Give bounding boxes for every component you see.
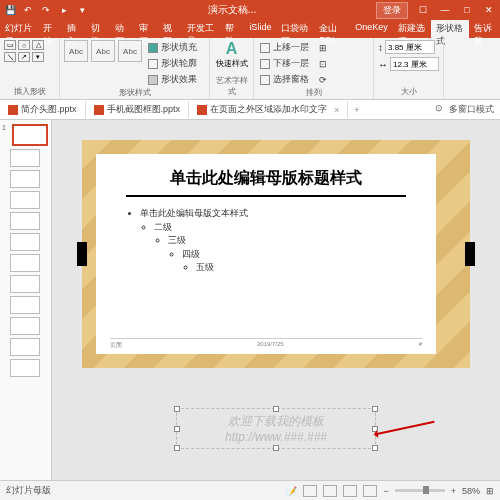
- thumb-layout[interactable]: [10, 191, 40, 209]
- zoom-in-button[interactable]: +: [451, 486, 456, 496]
- tab-review[interactable]: 审阅: [134, 20, 158, 38]
- tab-pocket[interactable]: 口袋动画: [276, 20, 314, 38]
- maximize-button[interactable]: □: [460, 5, 474, 15]
- group-button[interactable]: ⊡: [317, 56, 329, 71]
- tab-developer[interactable]: 开发工具: [182, 20, 220, 38]
- wordart-icon[interactable]: A: [214, 40, 249, 58]
- canvas-area[interactable]: 单击此处编辑母版标题样式 单击此处编辑母版文本样式 二级 三级 四级 五级: [52, 120, 500, 480]
- tab-transitions[interactable]: 切换: [86, 20, 110, 38]
- thumb-layout[interactable]: [10, 254, 40, 272]
- qat-more-icon[interactable]: ▾: [76, 4, 88, 16]
- thumb-layout[interactable]: [10, 212, 40, 230]
- watermark-textbox[interactable]: 欢迎下载我的模板 http://www.###.###: [176, 408, 376, 449]
- align-button[interactable]: ⊞: [317, 40, 329, 55]
- tab-view[interactable]: 视图: [158, 20, 182, 38]
- zoom-out-button[interactable]: −: [383, 486, 388, 496]
- wifi-icon[interactable]: ⊙: [435, 103, 443, 116]
- save-icon[interactable]: 💾: [4, 4, 16, 16]
- doc-tab-2[interactable]: 手机截图框图.pptx: [86, 101, 190, 118]
- tab-newtab[interactable]: 新建选项: [393, 20, 431, 38]
- zoom-thumb[interactable]: [423, 486, 429, 494]
- annotation-arrow: [375, 421, 434, 435]
- login-button[interactable]: 登录: [376, 2, 408, 19]
- width-input[interactable]: 12.3 厘米: [390, 57, 439, 71]
- doc-tab-1[interactable]: 简介头图.pptx: [0, 101, 86, 118]
- thumb-master[interactable]: [12, 124, 48, 146]
- doc-tab-3[interactable]: 在页面之外区域添加水印文字×: [189, 101, 348, 118]
- start-icon[interactable]: ▸: [58, 4, 70, 16]
- send-backward-button[interactable]: 下移一层: [258, 56, 311, 71]
- tab-slidemaster[interactable]: 幻灯片母: [0, 20, 38, 38]
- tab-home[interactable]: 开始: [38, 20, 62, 38]
- shape-circle-icon[interactable]: ○: [18, 40, 30, 50]
- resize-handle[interactable]: [174, 406, 180, 412]
- tab-help[interactable]: 帮助: [220, 20, 244, 38]
- shape-rect-icon[interactable]: ▭: [4, 40, 16, 50]
- resize-handle[interactable]: [273, 406, 279, 412]
- resize-handle[interactable]: [273, 445, 279, 451]
- resize-handle[interactable]: [372, 445, 378, 451]
- ribbon-toggle-icon[interactable]: ☐: [416, 5, 430, 15]
- document-tabs: 简介头图.pptx 手机截图框图.pptx 在页面之外区域添加水印文字× + ⊙…: [0, 100, 500, 120]
- tab-islide[interactable]: iSlide: [244, 20, 276, 38]
- tab-pdi[interactable]: 金山PDI: [314, 20, 350, 38]
- style-preset-2[interactable]: Abc: [91, 40, 115, 62]
- zoom-level[interactable]: 58%: [462, 486, 480, 496]
- view-normal-button[interactable]: [303, 485, 317, 497]
- thumb-layout[interactable]: [10, 149, 40, 167]
- notes-button[interactable]: 📝: [286, 486, 297, 496]
- ribbon: ▭ ○ △ ＼ ↗ ▾ 插入形状 Abc Abc Abc 形状填充 形状轮廓 形…: [0, 38, 500, 100]
- tab-insert[interactable]: 插入: [62, 20, 86, 38]
- shape-tri-icon[interactable]: △: [32, 40, 44, 50]
- quick-style-button[interactable]: 快速样式: [214, 58, 249, 69]
- tab-tell-me[interactable]: 告诉我: [469, 20, 500, 38]
- slide-master[interactable]: 单击此处编辑母版标题样式 单击此处编辑母版文本样式 二级 三级 四级 五级: [96, 154, 436, 354]
- group-shape-styles-label: 形状样式: [64, 87, 205, 98]
- tab-onekey[interactable]: OneKey: [350, 20, 393, 38]
- view-reading-button[interactable]: [343, 485, 357, 497]
- shape-arrow-icon[interactable]: ↗: [18, 52, 30, 62]
- thumbnail-panel[interactable]: 1: [0, 120, 52, 480]
- shape-line-icon[interactable]: ＼: [4, 52, 16, 62]
- style-preset-3[interactable]: Abc: [118, 40, 142, 62]
- resize-handle[interactable]: [174, 445, 180, 451]
- view-slideshow-button[interactable]: [363, 485, 377, 497]
- thumb-layout[interactable]: [10, 233, 40, 251]
- footer-date[interactable]: 2019/7/25: [257, 341, 284, 350]
- master-title-placeholder[interactable]: 单击此处编辑母版标题样式: [126, 168, 406, 197]
- close-tab-icon[interactable]: ×: [334, 105, 339, 115]
- resize-handle[interactable]: [372, 406, 378, 412]
- selection-pane-button[interactable]: 选择窗格: [258, 72, 311, 87]
- rotate-button[interactable]: ⟳: [317, 72, 329, 87]
- tab-animations[interactable]: 动画: [110, 20, 134, 38]
- redo-icon[interactable]: ↷: [40, 4, 52, 16]
- thumb-layout[interactable]: [10, 275, 40, 293]
- style-preset-1[interactable]: Abc: [64, 40, 88, 62]
- footer-page[interactable]: #: [419, 341, 422, 350]
- minimize-button[interactable]: —: [438, 5, 452, 15]
- shape-more-icon[interactable]: ▾: [32, 52, 44, 62]
- thumb-layout[interactable]: [10, 170, 40, 188]
- height-input[interactable]: 3.85 厘米: [385, 40, 435, 54]
- multiwindow-label[interactable]: 多窗口模式: [449, 103, 494, 116]
- shape-fill-button[interactable]: 形状填充: [146, 40, 199, 55]
- shape-outline-button[interactable]: 形状轮廓: [146, 56, 199, 71]
- view-sorter-button[interactable]: [323, 485, 337, 497]
- shape-effect-button[interactable]: 形状效果: [146, 72, 199, 87]
- tab-shape-format[interactable]: 形状格式: [431, 20, 469, 38]
- ppt-icon: [197, 105, 207, 115]
- thumb-layout[interactable]: [10, 296, 40, 314]
- resize-handle[interactable]: [174, 426, 180, 432]
- bring-forward-button[interactable]: 上移一层: [258, 40, 311, 55]
- thumb-layout[interactable]: [10, 317, 40, 335]
- footer-left[interactable]: 页面: [110, 341, 122, 350]
- master-body-placeholder[interactable]: 单击此处编辑母版文本样式 二级 三级 四级 五级: [126, 207, 406, 275]
- zoom-slider[interactable]: [395, 489, 445, 492]
- watermark-line2: http://www.###.###: [185, 430, 367, 444]
- close-button[interactable]: ✕: [482, 5, 496, 15]
- new-tab-button[interactable]: +: [348, 105, 365, 115]
- undo-icon[interactable]: ↶: [22, 4, 34, 16]
- fit-button[interactable]: ⊞: [486, 486, 494, 496]
- thumb-layout[interactable]: [10, 359, 40, 377]
- thumb-layout[interactable]: [10, 338, 40, 356]
